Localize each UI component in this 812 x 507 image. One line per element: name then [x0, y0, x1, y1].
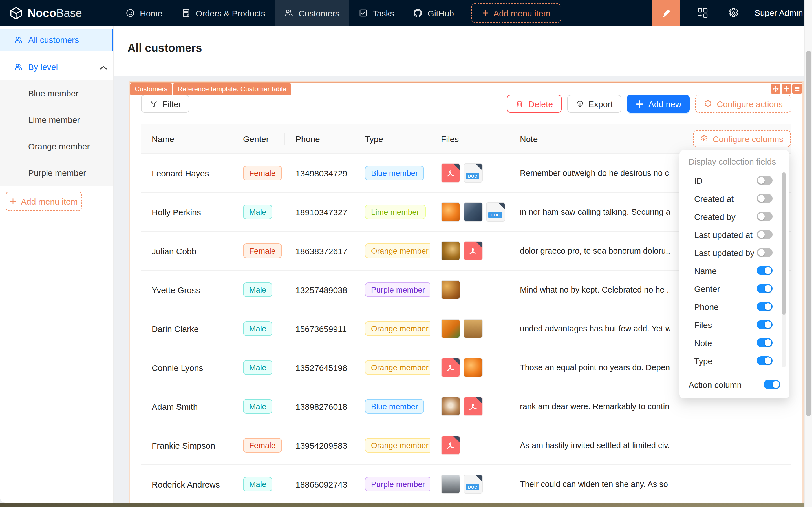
- field-toggle-note[interactable]: Note: [680, 334, 790, 352]
- cell-type: Purple member: [354, 282, 430, 297]
- add-menu-item-top-button[interactable]: Add menu item: [472, 3, 561, 22]
- pdf-file-icon[interactable]: [441, 436, 460, 455]
- field-switch[interactable]: [757, 212, 772, 221]
- block-designer-tags: Customers Reference template: Customer t…: [130, 83, 291, 95]
- dropdown-scrollbar[interactable]: [781, 172, 786, 368]
- configure-actions-button[interactable]: Configure actions: [696, 95, 791, 113]
- pdf-file-icon[interactable]: [464, 241, 483, 261]
- field-switch[interactable]: [757, 176, 772, 185]
- image-attachment-thumbnail[interactable]: [441, 474, 460, 494]
- window-scrollbar[interactable]: [804, 0, 812, 507]
- image-attachment-thumbnail[interactable]: [441, 319, 460, 338]
- type-badge: Purple member: [365, 477, 430, 492]
- field-switch[interactable]: [757, 230, 772, 239]
- add-new-button[interactable]: Add new: [627, 95, 690, 113]
- cell-gender: Male: [232, 360, 285, 375]
- team-icon: [14, 36, 22, 44]
- reference-template-tag[interactable]: Reference template: Customer table: [173, 83, 291, 95]
- gender-badge: Female: [243, 166, 282, 180]
- toggle-knob: [758, 177, 765, 184]
- column-header-name[interactable]: Name: [141, 124, 232, 153]
- toggle-knob: [765, 339, 771, 346]
- doc-file-icon[interactable]: DOC: [464, 474, 483, 494]
- field-toggle-phone[interactable]: Phone: [680, 298, 790, 316]
- settings-gear-icon[interactable]: [728, 7, 739, 18]
- cell-phone: 13898276018: [285, 402, 354, 411]
- sidebar-item-blue-member[interactable]: Blue member: [0, 80, 113, 107]
- image-attachment-thumbnail[interactable]: [441, 202, 460, 222]
- ui-editor-button[interactable]: [652, 0, 680, 26]
- field-switch[interactable]: [757, 194, 772, 203]
- image-attachment-thumbnail[interactable]: [441, 397, 460, 416]
- image-attachment-thumbnail[interactable]: [441, 280, 460, 299]
- toggle-knob: [758, 213, 765, 220]
- field-switch[interactable]: [757, 248, 772, 257]
- field-toggle-files[interactable]: Files: [680, 316, 790, 334]
- action-column-row[interactable]: Action column: [680, 370, 790, 398]
- image-attachment-thumbnail[interactable]: [464, 358, 483, 377]
- column-header-phone[interactable]: Phone: [285, 124, 354, 153]
- user-menu[interactable]: Super Admin: [755, 0, 803, 26]
- field-toggle-id[interactable]: ID: [680, 171, 790, 189]
- nav-item-customers[interactable]: Customers: [275, 0, 349, 26]
- field-switch[interactable]: [757, 302, 772, 311]
- nav-item-orders-products[interactable]: Orders & Products: [172, 0, 275, 26]
- field-toggle-last-updated-by[interactable]: Last updated by: [680, 243, 790, 262]
- chevron-up-icon[interactable]: [99, 64, 105, 70]
- field-switch[interactable]: [757, 320, 772, 329]
- nav-item-home[interactable]: Home: [116, 0, 172, 26]
- column-header-files[interactable]: Files: [430, 124, 509, 153]
- cell-gender: Male: [232, 399, 285, 414]
- check-square-icon: [359, 8, 368, 17]
- field-toggle-name[interactable]: Name: [680, 262, 790, 280]
- drag-move-icon[interactable]: [771, 84, 780, 94]
- window-scrollbar-thumb[interactable]: [806, 51, 811, 416]
- nocobase-logo[interactable]: NocoBase: [0, 6, 85, 20]
- field-switch[interactable]: [757, 356, 772, 365]
- block-add-icon[interactable]: [781, 84, 791, 94]
- column-header-type[interactable]: Type: [354, 124, 430, 153]
- dropdown-scrollbar-thumb[interactable]: [781, 172, 786, 315]
- doc-label: DOC: [466, 173, 480, 179]
- doc-file-icon[interactable]: DOC: [464, 163, 483, 183]
- add-menu-item-sidebar-button[interactable]: Add menu item: [6, 192, 82, 211]
- export-button[interactable]: Export: [567, 95, 621, 113]
- sidebar-item-orange-member[interactable]: Orange member: [0, 133, 113, 160]
- plugin-blocks-icon[interactable]: [697, 7, 708, 18]
- doc-file-icon[interactable]: DOC: [486, 202, 505, 222]
- field-toggle-created-by[interactable]: Created by: [680, 208, 790, 225]
- field-switch[interactable]: [757, 284, 772, 293]
- sidebar-item-by-level[interactable]: By level: [0, 56, 113, 78]
- nav-item-github[interactable]: GitHub: [404, 0, 464, 26]
- image-attachment-thumbnail[interactable]: [441, 241, 460, 261]
- sidebar-item-all-customers[interactable]: All customers: [0, 29, 113, 51]
- pdf-file-icon[interactable]: [441, 163, 460, 183]
- cell-phone: 13527645198: [285, 363, 354, 372]
- block-menu-icon[interactable]: [792, 84, 802, 94]
- field-switch[interactable]: [757, 266, 772, 275]
- delete-button[interactable]: Delete: [507, 95, 561, 113]
- field-toggle-last-updated-at[interactable]: Last updated at: [680, 225, 790, 243]
- nav-item-tasks[interactable]: Tasks: [349, 0, 404, 26]
- cell-type: Lime member: [354, 205, 430, 219]
- image-attachment-thumbnail[interactable]: [464, 202, 483, 222]
- sidebar-item-lime-member[interactable]: Lime member: [0, 107, 113, 133]
- action-column-toggle[interactable]: [763, 380, 780, 389]
- column-header-note[interactable]: Note: [509, 124, 670, 153]
- field-toggle-genter[interactable]: Genter: [680, 280, 790, 298]
- configure-columns-button[interactable]: Configure columns: [693, 130, 791, 147]
- image-attachment-thumbnail[interactable]: [464, 319, 483, 338]
- sidebar-item-purple-member[interactable]: Purple member: [0, 160, 113, 186]
- cell-gender: Male: [232, 205, 285, 219]
- pdf-file-icon[interactable]: [441, 358, 460, 377]
- toggle-knob: [772, 381, 779, 388]
- people-icon: [284, 8, 293, 17]
- column-header-genter[interactable]: Genter: [232, 124, 285, 153]
- field-switch[interactable]: [757, 338, 772, 347]
- field-toggle-created-at[interactable]: Created at: [680, 189, 790, 208]
- folded-corner: [476, 475, 482, 482]
- filter-button[interactable]: Filter: [141, 95, 190, 113]
- collection-tag[interactable]: Customers: [130, 83, 172, 95]
- field-toggle-type[interactable]: Type: [680, 352, 790, 370]
- pdf-file-icon[interactable]: [464, 397, 483, 416]
